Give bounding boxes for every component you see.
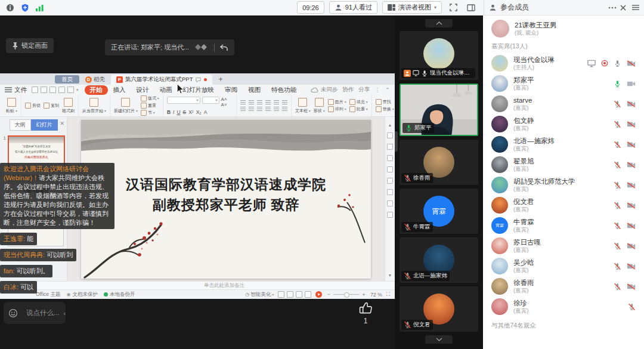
scroll-down-button[interactable] [425, 335, 453, 344]
mic-off-icon [614, 242, 621, 250]
participant-row[interactable]: 包文静(嘉宾) [483, 114, 644, 134]
view-mode-button[interactable]: 演讲者视图 ▾ [382, 1, 442, 14]
font-name-select[interactable]: ▾ [167, 97, 200, 104]
menu-icon[interactable] [632, 5, 639, 10]
hamburger-icon [5, 87, 12, 92]
participant-row[interactable]: 苏日古嘎(嘉宾) [483, 236, 644, 256]
wps-right-rail[interactable]: ▲ ▼ [385, 117, 395, 281]
participant-row[interactable]: 徐珍(嘉宾) [483, 297, 644, 317]
chat-input-placeholder[interactable]: 说点什么... [26, 308, 60, 317]
lock-view-button[interactable]: 锁定画面 [6, 38, 54, 53]
wps-tool-复制[interactable]: 复制 [44, 103, 59, 109]
toggle-sidebar-button[interactable] [465, 2, 478, 13]
scroll-up-button[interactable] [425, 19, 453, 27]
text-format-buttons[interactable]: BIUSX²X₂A [167, 109, 233, 115]
wps-tool-图片[interactable]: 图片 ▾ [328, 99, 346, 105]
wps-tool-剪切[interactable]: 剪切 [25, 103, 41, 109]
wps-menu-插入[interactable]: 插入 [108, 85, 131, 95]
collapse-chat-icon[interactable]: ‹ [64, 310, 66, 317]
self-participant-row[interactable]: 21课教王亚男 (我, 观众) [483, 16, 644, 41]
wps-tool-粘贴[interactable]: 粘贴 ▾ [6, 98, 17, 114]
viewer-count-button[interactable]: 91人看过 [329, 1, 377, 14]
smart-beautify-button[interactable]: ◷智能美化▾ [245, 291, 274, 298]
participant-row[interactable]: 吴少晗(嘉宾) [483, 256, 644, 276]
wps-tool-从当前开始[interactable]: 从当前开始 ▾ [82, 98, 106, 114]
wps-tool-节[interactable]: 节 ▾ [141, 110, 159, 116]
wps-new-tab-button[interactable]: + [216, 75, 225, 84]
wps-tool-文本框[interactable]: 文本框 ▾ [295, 98, 311, 114]
wps-tool-新建幻灯片[interactable]: 新建幻灯片 ▾ [114, 98, 138, 114]
slide-title: 汉语国际教育学部汉语速成学院 副教授郑家平老师 致辞 [81, 175, 371, 215]
mic-g-icon [614, 60, 621, 67]
wps-quick-access-icons[interactable]: ▾ [32, 87, 79, 93]
slide-panel-tab-幻灯片[interactable]: 幻灯片 [31, 119, 58, 131]
video-tile-倪文君[interactable]: 倪文君 [400, 286, 478, 332]
wps-tool-替换[interactable]: 替换 ▾ [376, 106, 394, 112]
view-switcher-icons[interactable] [278, 291, 311, 298]
sync-status[interactable]: 未同步 [311, 86, 338, 94]
video-tile-郑家平[interactable]: 郑家平 [400, 84, 478, 136]
zoom-slider[interactable]: － ＋ [326, 291, 366, 298]
wps-tool-查找[interactable]: 查找 [376, 99, 394, 105]
collaborate-button[interactable]: 协作 [343, 86, 354, 94]
participant-row[interactable]: 郑家平(嘉宾) [483, 73, 644, 94]
mic-green-icon [614, 80, 621, 88]
share-button[interactable]: 分享 [359, 86, 370, 94]
wps-tab-document[interactable]: P 第六届学术论坛闭幕式PPT [111, 75, 212, 85]
wps-tool-重置[interactable]: 重置 [141, 103, 159, 109]
wps-menu-特色功能[interactable]: 特色功能 [266, 85, 302, 95]
video-tile-现当代金以琳的屏幕共...[interactable]: 现当代金以琳的屏幕共... [400, 31, 478, 80]
wps-menu-开始[interactable]: 开始 [85, 85, 108, 95]
panel-more-icon[interactable] [608, 7, 617, 9]
shield-icon[interactable] [21, 4, 29, 12]
panel-close-icon[interactable] [620, 5, 626, 11]
current-slide[interactable]: 汉语国际教育学部汉语速成学院 副教授郑家平老师 致辞 [81, 120, 371, 279]
wps-tab-home[interactable]: 首页 [55, 75, 79, 84]
cam-off-icon [627, 202, 636, 209]
fullscreen-button[interactable] [447, 2, 460, 13]
wps-tool-排列[interactable]: 排列 ▾ [328, 106, 346, 112]
info-icon[interactable] [6, 4, 14, 12]
reply-icon[interactable] [219, 44, 228, 51]
participant-row[interactable]: 徐香雨(嘉宾) [483, 276, 644, 297]
participant-row[interactable]: 现当代金以琳(主持人) [483, 53, 644, 73]
participant-row[interactable]: 胡劼旻东北师范大学(嘉宾) [483, 175, 644, 195]
fit-window-icon[interactable]: ⛶ [386, 291, 390, 298]
video-tile-北语—施家炜[interactable]: 北语—施家炜 [400, 237, 478, 283]
wps-menu-视图[interactable]: 视图 [243, 85, 266, 95]
wps-tool-格式刷[interactable]: 格式刷 [62, 98, 75, 114]
participant-role: (嘉宾) [513, 246, 608, 253]
participant-row[interactable]: starve(嘉宾) [483, 94, 644, 114]
wps-tool-形状[interactable]: 形状 ▾ [314, 98, 325, 114]
emoji-icon[interactable] [8, 308, 18, 318]
wps-tool-填充[interactable]: 填充 ▾ [349, 99, 368, 105]
thumbs-up-icon[interactable] [358, 300, 373, 316]
slide-panel-close-icon[interactable]: ✕ [60, 121, 64, 126]
video-tile-牛霄霖[interactable]: 霄霖牛霄霖 [400, 189, 478, 234]
slideshow-play-icon[interactable] [315, 291, 322, 298]
participant-row[interactable]: 倪文君(嘉宾) [483, 195, 644, 215]
participant-row[interactable]: 北语—施家炜(嘉宾) [483, 134, 644, 155]
wps-menu-审阅[interactable]: 审阅 [219, 85, 243, 95]
wps-menu-动画[interactable]: 动画 [154, 85, 178, 95]
network-signal-icon[interactable] [36, 4, 44, 11]
participant-row[interactable]: 翟景旭(嘉宾) [483, 155, 644, 175]
participant-row[interactable]: 霄霖牛霄霖(嘉宾) [483, 215, 644, 236]
font-size-select[interactable]: ▾ [202, 97, 219, 104]
wps-file-menu[interactable]: 文件 [5, 86, 27, 94]
chat-input-bar[interactable]: 说点什么... ‹ [4, 302, 66, 324]
slide-panel-tab-大纲[interactable]: 大纲 [10, 119, 31, 131]
collapse-ribbon-icon[interactable]: ⌃ [385, 87, 390, 93]
wps-tab-docer[interactable]: D 稻壳 [83, 75, 107, 84]
reaction-widget[interactable]: 1 [358, 300, 373, 325]
wps-tool-轮廓[interactable]: 轮廓 ▾ [349, 106, 368, 112]
strip-collapse-handle[interactable] [395, 131, 398, 152]
speaking-toast: 正在讲话: 郑家平; 现当代... [105, 39, 234, 55]
more-menu-icon[interactable]: ⋮ [375, 87, 381, 93]
wps-menu-设计[interactable]: 设计 [131, 85, 154, 95]
participant-name: 牛霄霖 [513, 218, 608, 226]
paragraph-buttons[interactable] [240, 100, 287, 111]
unsaved-dot [204, 78, 207, 81]
wps-tool-版式[interactable]: 版式 ▾ [141, 95, 159, 101]
video-tile-徐香雨[interactable]: 徐香雨 [400, 140, 478, 185]
